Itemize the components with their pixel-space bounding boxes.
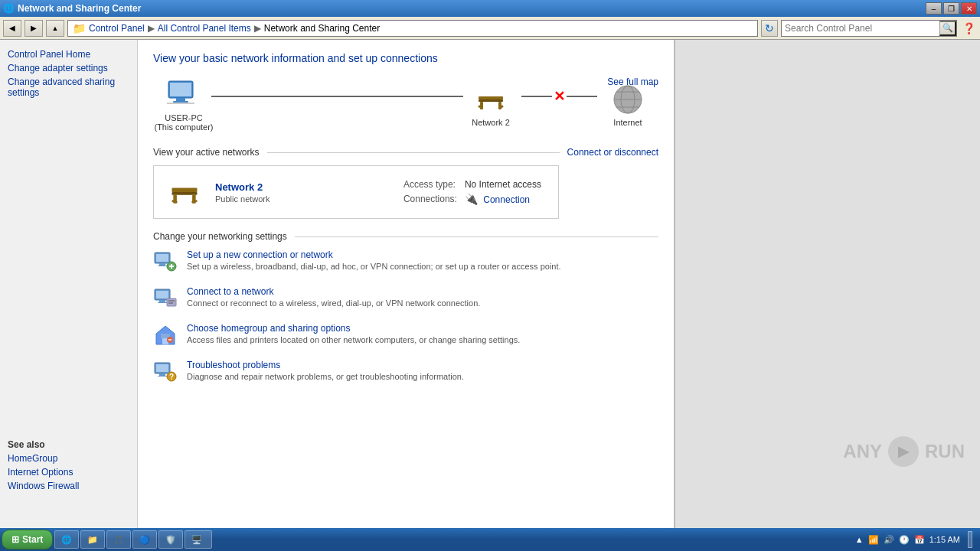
network-diagram-wrapper: See full map USER-PC (This compu [153, 77, 658, 132]
connections-row: Connections: 🔌 Connection [400, 192, 544, 206]
systray-show-icon[interactable]: ▲ [855, 535, 864, 544]
connect-network-icon [153, 286, 178, 311]
breadcrumb-control-panel[interactable]: Control Panel [89, 23, 145, 34]
sidebar-item-homegroup[interactable]: HomeGroup [0, 452, 138, 465]
breadcrumb-current: Network and Sharing Center [264, 23, 380, 34]
settings-item-connect[interactable]: Connect to a network Connect or reconnec… [153, 286, 658, 311]
svg-rect-24 [159, 263, 165, 266]
homegroup-title[interactable]: Choose homegroup and sharing options [187, 323, 520, 334]
title-bar-left: 🌐 Network and Sharing Center [3, 3, 141, 14]
security-icon: 🛡️ [165, 535, 176, 545]
connect-network-text: Connect to a network Connect or reconnec… [187, 286, 480, 308]
systray-date-icon: 📅 [914, 535, 925, 545]
computer-icon [165, 77, 202, 113]
svg-rect-23 [156, 254, 168, 262]
systray-time-icon: 🕐 [899, 535, 910, 545]
start-button[interactable]: ⊞ Start [2, 530, 53, 549]
node-computer-sublabel: (This computer) [154, 122, 213, 132]
taskbar-item-media[interactable]: 🎵 [106, 530, 131, 549]
close-button[interactable]: ✕ [961, 2, 977, 15]
networking-settings-header: Change your networking settings [153, 231, 658, 242]
homegroup-icon [153, 323, 178, 347]
show-desktop-button[interactable] [968, 531, 972, 548]
svg-rect-31 [159, 300, 165, 302]
systray: ▲ 📶 🔊 🕐 📅 1:15 AM [849, 531, 978, 548]
node-computer: USER-PC (This computer) [153, 77, 214, 132]
search-button[interactable]: 🔍 [939, 21, 956, 36]
connections-value: 🔌 Connection [462, 192, 544, 206]
setup-connection-desc: Set up a wireless, broadband, dial-up, a… [187, 262, 561, 271]
node-network: Network 2 [460, 81, 521, 127]
sidebar-item-change-adapter[interactable]: Change adapter settings [0, 61, 137, 75]
sidebar-see-also: See also HomeGroup Internet Options Wind… [0, 435, 138, 493]
address-bar: ◀ ▶ ▲ 📁 Control Panel ▶ All Control Pane… [0, 17, 980, 40]
active-network-type: Public network [215, 194, 270, 204]
svg-rect-30 [156, 291, 168, 298]
anyrun-text-any: ANY [843, 441, 882, 462]
settings-item-homegroup[interactable]: Choose homegroup and sharing options Acc… [153, 323, 658, 347]
connection-link[interactable]: Connection [483, 194, 530, 205]
sidebar-item-windows-firewall[interactable]: Windows Firewall [0, 479, 138, 493]
line-after-x [567, 96, 597, 97]
title-bar: 🌐 Network and Sharing Center – ❐ ✕ [0, 0, 980, 17]
minimize-button[interactable]: – [926, 2, 942, 15]
svg-rect-32 [158, 302, 167, 303]
folder-icon: 📁 [73, 22, 86, 34]
settings-item-troubleshoot[interactable]: ? Troubleshoot problems Diagnose and rep… [153, 360, 658, 384]
breadcrumb-all-items[interactable]: All Control Panel Items [158, 23, 251, 34]
line-before-x [521, 96, 552, 97]
access-type-label: Access type: [400, 178, 460, 191]
refresh-button[interactable]: ↻ [761, 20, 778, 37]
restore-button[interactable]: ❐ [943, 2, 959, 15]
explorer-icon: 📁 [87, 535, 98, 545]
access-type-value: No Internet access [462, 178, 544, 191]
taskbar-item-ie[interactable]: 🌐 [54, 530, 79, 549]
see-full-map-link[interactable]: See full map [607, 77, 658, 87]
search-input[interactable] [782, 21, 939, 36]
sidebar-main-section: Control Panel Home Change adapter settin… [0, 47, 137, 99]
title-bar-buttons: – ❐ ✕ [926, 2, 977, 15]
homegroup-text: Choose homegroup and sharing options Acc… [187, 323, 520, 344]
up-button[interactable]: ▲ [46, 20, 64, 37]
active-networks-title: View your active networks [153, 147, 260, 158]
troubleshoot-title[interactable]: Troubleshoot problems [187, 360, 464, 370]
svg-rect-1 [170, 83, 191, 96]
active-network-box: Network 2 Public network Access type: No… [153, 165, 559, 219]
network-sharing-icon: 🖥️ [191, 535, 202, 545]
taskbar: ⊞ Start 🌐 📁 🎵 🔵 🛡️ 🖥️ ▲ 📶 🔊 🕐 📅 1:15 AM [0, 528, 980, 551]
setup-connection-title[interactable]: Set up a new connection or network [187, 249, 561, 260]
breadcrumb: 📁 Control Panel ▶ All Control Panel Item… [67, 20, 758, 37]
troubleshoot-icon: ? [153, 360, 178, 384]
taskbar-item-security[interactable]: 🛡️ [158, 530, 183, 549]
homegroup-desc: Access files and printers located on oth… [187, 335, 520, 344]
broken-connection: ✕ [521, 88, 597, 105]
sidebar-item-internet-options[interactable]: Internet Options [0, 465, 138, 479]
connection-icon: 🔌 [465, 193, 478, 205]
taskbar-item-network-sharing[interactable]: 🖥️ [185, 530, 212, 549]
help-button[interactable]: ❓ [960, 20, 977, 37]
connections-label: Connections: [400, 192, 460, 206]
sidebar-item-control-panel-home[interactable]: Control Panel Home [0, 47, 137, 61]
anyrun-watermark: ANY ▶ RUN [843, 436, 965, 467]
content-area: View your basic network information and … [138, 40, 674, 528]
forward-button[interactable]: ▶ [24, 20, 43, 37]
taskbar-item-explorer[interactable]: 📁 [80, 530, 105, 549]
back-button[interactable]: ◀ [3, 20, 21, 37]
svg-rect-43 [159, 373, 165, 376]
main-container: Control Panel Home Change adapter settin… [0, 40, 980, 528]
svg-rect-25 [158, 266, 167, 266]
networking-settings-title: Change your networking settings [153, 231, 287, 242]
svg-rect-6 [479, 99, 503, 102]
connect-network-title[interactable]: Connect to a network [187, 286, 480, 297]
node-internet-label: Internet [613, 118, 642, 127]
connect-disconnect-link[interactable]: Connect or disconnect [567, 147, 658, 158]
settings-item-setup[interactable]: Set up a new connection or network Set u… [153, 249, 658, 274]
network-line-1 [211, 96, 463, 97]
search-bar: 🔍 [781, 20, 957, 37]
svg-rect-4 [167, 103, 194, 104]
active-network-name[interactable]: Network 2 [215, 181, 270, 193]
access-type-row: Access type: No Internet access [400, 178, 544, 191]
taskbar-item-browser[interactable]: 🔵 [132, 530, 157, 549]
network-details: Access type: No Internet access Connecti… [399, 177, 546, 207]
sidebar-item-change-advanced[interactable]: Change advanced sharing settings [0, 75, 137, 99]
